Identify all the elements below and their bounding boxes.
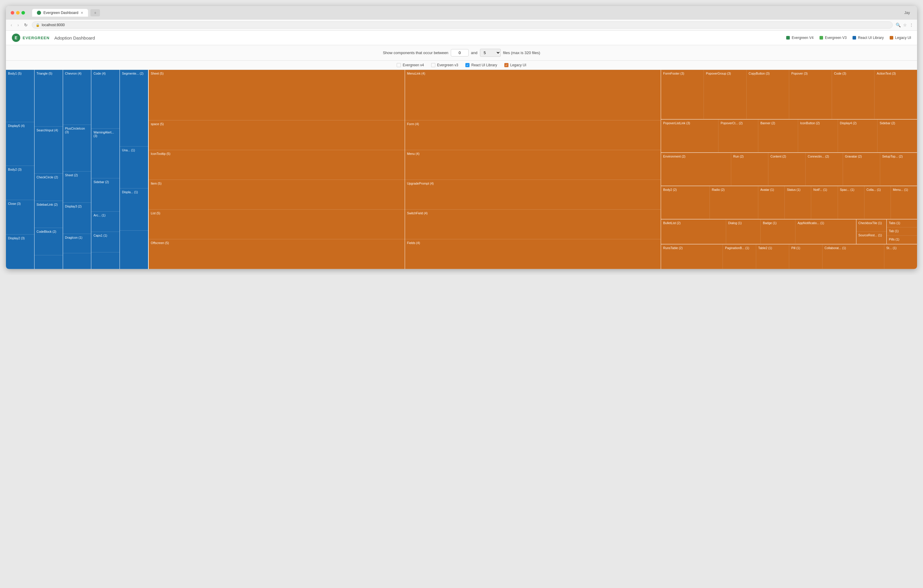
treemap-cell-caps1[interactable]: Caps1 (1) [91,232,120,252]
treemap-cell-offscreen[interactable]: Offscreen (5) [149,239,405,269]
treemap-cell-una[interactable]: Una... (1) [120,146,148,189]
treemap-cell-item[interactable]: Item (5) [149,180,405,210]
treemap-cell-environment[interactable]: Environment (2) [661,153,731,186]
treemap-cell-popover[interactable]: Popover (3) [789,70,832,119]
treemap-cell-searchinput[interactable]: SearchInput (4) [34,126,63,174]
new-tab-button[interactable]: + [90,9,100,16]
treemap-cell-banner[interactable]: Banner (2) [758,120,798,153]
treemap-cell-body1[interactable]: Body1 (5) [6,70,34,122]
treemap-cell-popoverct[interactable]: PopoverCt... (2) [718,120,758,153]
treemap-cell-menu-sm[interactable]: Menu... (1) [891,186,917,219]
treemap-cell-appnotification[interactable]: AppNotificatio... (1) [795,219,856,244]
treemap-cell-paginationb[interactable]: PaginationB... (1) [723,244,756,269]
treemap-cell-popovergroup[interactable]: PopoverGroup (3) [704,70,747,119]
treemap-cell-upgradeprompt[interactable]: UpgradePrompt (4) [405,180,661,210]
filter-max-select[interactable]: 5 10 20 50 100 [480,49,501,57]
treemap-cell-connecting[interactable]: Connectin... (2) [806,153,843,186]
treemap-cell-display2[interactable]: Display2 (3) [6,235,34,269]
checkbox-legacy-box[interactable]: ✓ [504,63,509,67]
treemap-cell-gravatar[interactable]: Gravatar (2) [843,153,880,186]
treemap-cell-copybutton[interactable]: CopyButton (3) [747,70,790,119]
checkbox-legacy[interactable]: ✓ Legacy UI [504,63,526,67]
treemap-cell-status[interactable]: Status (1) [785,186,811,219]
menu-icon[interactable]: ⋮ [909,23,913,27]
treemap-cell-sidebar-blue[interactable]: Sidebar (2) [91,178,120,212]
treemap-cell-list[interactable]: List (5) [149,210,405,239]
checkbox-ev3[interactable]: Evergreen v3 [431,63,458,67]
checkbox-ev4[interactable]: Evergreen v4 [397,63,424,67]
treemap-cell-code-orange[interactable]: Code (3) [832,70,875,119]
treemap-cell-tab[interactable]: Tab (1) [887,227,917,236]
treemap-cell-setuptop[interactable]: SetupTop... (2) [880,153,917,186]
treemap-cell-run[interactable]: Run (2) [731,153,769,186]
tab-close-button[interactable]: ✕ [80,11,83,15]
treemap-cell-notf[interactable]: NotF... (1) [811,186,838,219]
forward-button[interactable]: › [16,22,20,28]
treemap-cell-pill[interactable]: Pill (1) [789,244,822,269]
treemap-cell-dragicon[interactable]: DragIcon (1) [63,234,91,253]
treemap-cell-arc[interactable]: Arc... (1) [91,212,120,232]
treemap-cell-pluscircle[interactable]: PlusCircleIcon (3) [63,125,91,171]
treemap-cell-display3[interactable]: Display3 (2) [63,203,91,234]
treemap-cell-chevron[interactable]: Chevron (4) [63,70,91,125]
legend-dot-ev4 [786,36,790,39]
treemap-cell-popoverlistlink[interactable]: PopoverListLink (3) [661,120,718,153]
checkbox-ev4-box[interactable] [397,63,401,67]
treemap-cell-tabs[interactable]: Tabs (1) [887,219,917,228]
treemap-cell-sheet2[interactable]: Sheet (2) [63,171,91,203]
treemap-cell-runstable[interactable]: RunsTable (2) [661,244,723,269]
treemap-cell-checkcircle[interactable]: CheckCircle (2) [34,174,63,201]
treemap-cell-close[interactable]: Close (3) [6,200,34,235]
checkbox-react-box[interactable]: ✓ [465,63,470,67]
reload-button[interactable]: ↻ [23,22,29,28]
treemap-cell-avatar[interactable]: Avatar (1) [758,186,785,219]
treemap-cell-spac[interactable]: Spac... (1) [838,186,864,219]
treemap-cell-sidebar-orange[interactable]: Sidebar (2) [877,120,917,153]
treemap-cell-segmente[interactable]: Segmente... (2) [120,70,148,146]
checkbox-react[interactable]: ✓ React UI Library [465,63,497,67]
treemap-cell-collaborat[interactable]: Collaborat... (1) [823,244,884,269]
treemap-cell-form[interactable]: Form (4) [405,120,661,150]
treemap-cell-code-blue[interactable]: Code (4) [91,70,120,129]
treemap-cell-pills[interactable]: Pills (1) [887,236,917,244]
treemap-cell-actiontext[interactable]: ActionText (3) [875,70,917,119]
treemap-cell-checkboxtile[interactable]: CheckboxTile (1) [856,219,887,232]
treemap-cell-sidebarlink[interactable]: SidebarLink (2) [34,201,63,228]
treemap-cell-display4[interactable]: Display4 (2) [838,120,878,153]
checkbox-ev3-box[interactable] [431,63,435,67]
filter-min-input[interactable] [451,49,469,56]
treemap-cell-display5[interactable]: Display5 (4) [6,122,34,166]
treemap-cell-iconbutton[interactable]: IconButton (2) [798,120,838,153]
treemap-cell-radio[interactable]: Radio (2) [710,186,758,219]
treemap-cell-menulink[interactable]: MenuLink (4) [405,70,661,120]
bookmark-icon[interactable]: ☆ [903,23,907,27]
treemap-cell-table2[interactable]: Table2 (1) [756,244,789,269]
treemap-cell-body2-orange[interactable]: Body2 (2) [661,186,709,219]
treemap-cell-triangle[interactable]: Triangle (5) [34,70,63,126]
treemap-cell-bulletlist[interactable]: BulletList (2) [661,219,726,244]
treemap-cell-dialog[interactable]: Dialog (1) [726,219,761,244]
treemap-cell-icontooltip[interactable]: IconTooltip (5) [149,150,405,180]
treemap-cell-displa[interactable]: Displa... (1) [120,189,148,230]
close-button[interactable] [11,11,14,15]
minimize-button[interactable] [16,11,20,15]
treemap-cell-sheet-orange[interactable]: Sheet (5) [149,70,405,120]
treemap-cell-body2[interactable]: Body2 (3) [6,166,34,200]
url-bar[interactable]: 🔒 localhost:8000 [32,21,893,28]
treemap-cell-warningalert[interactable]: WarningAlert... (3) [91,129,120,178]
treemap-cell-badge[interactable]: Badge (1) [760,219,795,244]
browser-tab[interactable]: Evergreen Dashboard ✕ [32,9,88,16]
treemap-cell-sourcerest[interactable]: SourceRest... (1) [856,232,887,244]
treemap-cell-switchfield[interactable]: SwitchField (4) [405,210,661,239]
maximize-button[interactable] [21,11,25,15]
treemap-cell-fields[interactable]: Fields (4) [405,239,661,269]
back-button[interactable]: ‹ [10,22,13,28]
treemap-cell-formfooter[interactable]: FormFooter (3) [661,70,704,119]
treemap-cell-st[interactable]: St... (1) [884,244,917,269]
treemap-cell-menu[interactable]: Menu (4) [405,150,661,180]
treemap-cell-codeblock[interactable]: CodeBlock (2) [34,228,63,255]
treemap-cell-space[interactable]: space (5) [149,120,405,150]
search-icon[interactable]: 🔍 [896,23,901,27]
treemap-cell-colla[interactable]: Colla... (1) [864,186,891,219]
treemap-cell-content[interactable]: Content (2) [769,153,806,186]
